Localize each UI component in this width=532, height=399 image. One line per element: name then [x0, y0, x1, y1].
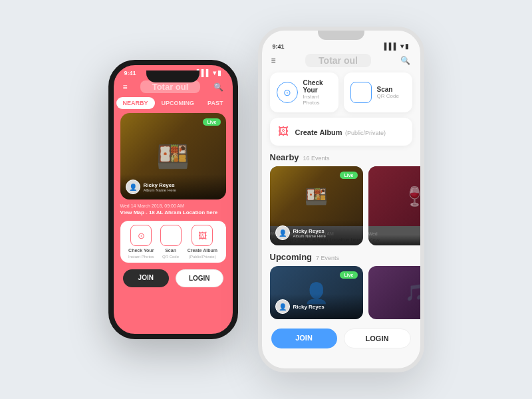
nearby-scroll: 🍱 Live 👤 Ricky Reyes Album Name Here Wed…: [262, 166, 420, 245]
nearby-count: 16 Events: [303, 155, 330, 162]
right-signal-icons: ▌▌▌ ▾ ▮: [384, 43, 410, 50]
upcoming-user-0: Ricky Reyes: [293, 304, 325, 310]
left-search-icon[interactable]: 🔍: [213, 82, 223, 92]
left-join-button[interactable]: JOIN: [123, 269, 170, 287]
check-your-qa-sub: Instant Photos: [303, 94, 332, 106]
left-avatar: 👤: [126, 180, 140, 194]
left-live-badge: Live: [203, 118, 220, 126]
upcoming-card-1[interactable]: 🎵: [368, 266, 420, 319]
left-album-name: Album Name Here: [144, 188, 176, 192]
food-emoji: 🍱: [156, 141, 190, 172]
right-title: Totar oul: [305, 54, 371, 67]
upcoming-count: 7 Events: [316, 255, 339, 261]
scan-qr-icon: [160, 225, 182, 246]
scan-label: Scan: [165, 248, 176, 253]
upcoming-emoji-1: 🎵: [405, 283, 420, 302]
nearby-avatar-0: 👤: [275, 225, 290, 240]
upcoming-img-1: 🎵: [368, 266, 420, 319]
right-notch: [318, 31, 364, 40]
left-signal-icons: ▌▌▌ ▾ ▮: [197, 69, 222, 76]
upcoming-card-0[interactable]: 👤 Live 👤 Ricky Reyes: [270, 266, 363, 319]
tab-upcoming[interactable]: UPCOMING: [155, 97, 201, 109]
left-login-button[interactable]: LOGIN: [176, 269, 223, 287]
nearby-emoji-1: 🍷: [403, 186, 420, 207]
upcoming-scroll: 👤 Live 👤 Ricky Reyes 🎵: [262, 266, 420, 319]
right-bottom-buttons: JOIN LOGIN: [262, 323, 420, 354]
nearby-section-header: Nearby 16 Events: [262, 152, 420, 166]
right-search-icon[interactable]: 🔍: [400, 56, 410, 65]
nearby-live-0: Live: [340, 172, 357, 179]
upcoming-title: Upcoming: [270, 252, 313, 262]
quick-actions-row: ⊙ Check Your Instant Photos Scan QR Code: [262, 72, 420, 118]
check-your-card[interactable]: ⊙ Check Your Instant Photos: [270, 72, 338, 112]
check-your-icon: ⊙: [130, 225, 152, 246]
nearby-overlay-0: 👤 Ricky Reyes Album Name Here: [270, 220, 363, 245]
right-phone: 9:41 ▌▌▌ ▾ ▮ ≡ Totar oul 🔍 ⊙ Check Your …: [258, 27, 424, 372]
create-album-row-icon: 🖼: [278, 126, 289, 138]
nearby-card-1[interactable]: 🍷 Wed View: [368, 166, 420, 245]
left-notch: [146, 70, 200, 82]
nearby-album-0: Album Name Here: [293, 234, 326, 238]
check-your-qa-icon: ⊙: [277, 82, 298, 103]
right-menu-icon[interactable]: ≡: [271, 56, 276, 65]
left-user-name: Ricky Reyes: [144, 182, 176, 188]
create-album-label: Create Album: [188, 248, 217, 253]
left-tabs: NEARBY UPCOMING PAST: [114, 97, 233, 113]
left-card-overlay: 👤 Ricky Reyes Album Name Here: [120, 174, 226, 200]
nearby-user-0: Ricky Reyes: [293, 228, 326, 234]
right-header: ≡ Totar oul 🔍: [262, 51, 420, 72]
scan-qa-title: Scan: [377, 86, 399, 93]
left-phone: 9:41 ▌▌▌ ▾ ▮ ≡ Totar oul 🔍 NEARBY UPCOMI…: [108, 60, 238, 339]
create-album-icon: 🖼: [192, 225, 213, 246]
create-album-row-sub: (Public/Private): [345, 130, 386, 136]
right-time: 9:41: [273, 43, 285, 50]
tab-nearby[interactable]: NEARBY: [116, 97, 155, 109]
check-your-qa-title: Check Your: [303, 79, 332, 94]
upcoming-section-header: Upcoming 7 Events: [262, 252, 420, 266]
left-event-location: View Map - 18 AL Ahram Location here: [120, 209, 226, 215]
upcoming-avatar-0: 👤: [275, 299, 290, 314]
right-status-bar: 9:41 ▌▌▌ ▾ ▮: [262, 40, 420, 51]
nearby-card-0[interactable]: 🍱 Live 👤 Ricky Reyes Album Name Here Wed…: [270, 166, 363, 245]
nearby-food-emoji-0: 🍱: [305, 186, 328, 207]
scan-card[interactable]: Scan QR Code: [344, 72, 412, 112]
create-album-row[interactable]: 🖼 Create Album (Public/Private): [270, 118, 412, 146]
scan-sublabel: QR Code: [162, 255, 179, 259]
left-menu-icon[interactable]: ≡: [123, 82, 128, 92]
nearby-title: Nearby: [270, 152, 299, 162]
check-your-label: Check Your: [128, 248, 154, 253]
nearby-overlay-1: [368, 235, 420, 245]
left-time: 9:41: [124, 70, 136, 76]
right-join-button[interactable]: JOIN: [271, 329, 337, 348]
create-album-sublabel: (Public/Private): [189, 255, 216, 259]
create-album-action[interactable]: 🖼 Create Album (Public/Private): [188, 225, 217, 259]
nearby-img-1: 🍷: [368, 166, 420, 226]
scan-action[interactable]: Scan QR Code: [160, 225, 182, 259]
scan-qa-sub: QR Code: [377, 93, 399, 99]
upcoming-live-0: Live: [340, 271, 357, 279]
left-card-info: Ricky Reyes Album Name Here: [144, 182, 176, 192]
tab-past[interactable]: PAST: [201, 97, 229, 109]
left-food-card: 🍱 Live 👤 Ricky Reyes Album Name Here: [120, 113, 226, 200]
scan-qa-icon: [350, 82, 372, 103]
create-album-row-label: Create Album: [295, 128, 342, 136]
upcoming-info-0: Ricky Reyes: [293, 304, 325, 310]
nearby-info-0: Ricky Reyes Album Name Here: [293, 228, 326, 238]
upcoming-overlay-0: 👤 Ricky Reyes: [270, 294, 363, 319]
left-actions-row: ⊙ Check Your Instant Photos Scan QR Code…: [120, 221, 226, 263]
left-bottom-buttons: JOIN LOGIN: [114, 265, 233, 291]
check-your-sublabel: Instant Photos: [128, 255, 154, 259]
left-event-info: Wed 14 March 2018, 09:00 AM View Map - 1…: [114, 200, 233, 218]
right-login-button[interactable]: LOGIN: [344, 329, 411, 348]
left-event-date: Wed 14 March 2018, 09:00 AM: [120, 203, 226, 208]
check-your-action[interactable]: ⊙ Check Your Instant Photos: [128, 225, 154, 259]
